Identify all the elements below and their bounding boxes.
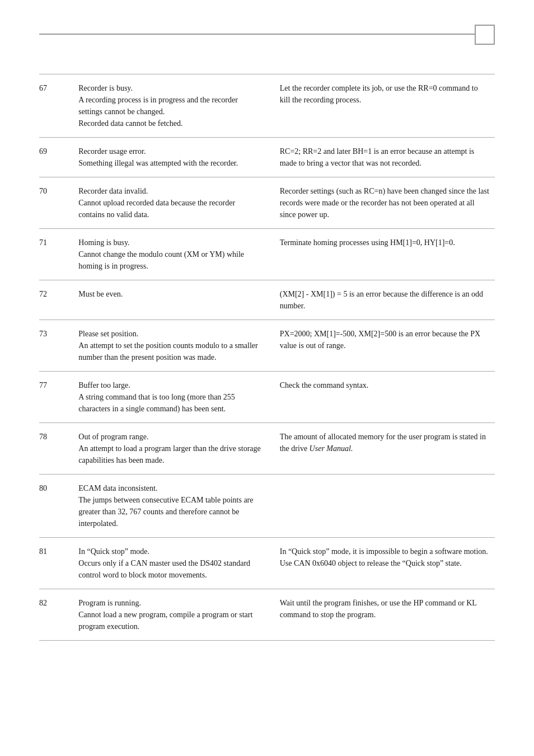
header-area xyxy=(39,35,495,57)
top-border-line xyxy=(39,34,495,35)
top-corner-box xyxy=(475,25,495,45)
table-row: 70Recorder data invalid.Cannot upload re… xyxy=(39,177,495,229)
row-number: 72 xyxy=(39,280,73,320)
row-action: (XM[2] - XM[1]) = 5 is an error because … xyxy=(274,280,495,320)
row-number: 73 xyxy=(39,320,73,372)
row-description: Program is running.Cannot load a new pro… xyxy=(73,589,274,641)
row-number: 67 xyxy=(39,74,73,138)
row-number: 70 xyxy=(39,177,73,229)
row-action: Recorder settings (such as RC=n) have be… xyxy=(274,177,495,229)
row-number: 71 xyxy=(39,229,73,280)
row-number: 78 xyxy=(39,423,73,475)
table-row: 78Out of program range.An attempt to loa… xyxy=(39,423,495,475)
row-description: ECAM data inconsistent.The jumps between… xyxy=(73,475,274,538)
table-row: 71Homing is busy.Cannot change the modul… xyxy=(39,229,495,280)
row-description: Please set position.An attempt to set th… xyxy=(73,320,274,372)
row-description: Recorder usage error.Something illegal w… xyxy=(73,138,274,177)
page: 67Recorder is busy.A recording process i… xyxy=(0,0,534,756)
row-number: 81 xyxy=(39,538,73,589)
table-row: 82Program is running.Cannot load a new p… xyxy=(39,589,495,641)
row-number: 82 xyxy=(39,589,73,641)
row-number: 80 xyxy=(39,475,73,538)
row-description: Out of program range.An attempt to load … xyxy=(73,423,274,475)
row-action: In “Quick stop” mode, it is impossible t… xyxy=(274,538,495,589)
row-number: 77 xyxy=(39,372,73,423)
row-description: Must be even. xyxy=(73,280,274,320)
row-action: The amount of allocated memory for the u… xyxy=(274,423,495,475)
row-action xyxy=(274,475,495,538)
table-row: 81In “Quick stop” mode.Occurs only if a … xyxy=(39,538,495,589)
table-row: 80ECAM data inconsistent.The jumps betwe… xyxy=(39,475,495,538)
row-number: 69 xyxy=(39,138,73,177)
row-action: Check the command syntax. xyxy=(274,372,495,423)
error-table: 67Recorder is busy.A recording process i… xyxy=(39,74,495,641)
row-action: Wait until the program finishes, or use … xyxy=(274,589,495,641)
row-action: PX=2000; XM[1]=-500, XM[2]=500 is an err… xyxy=(274,320,495,372)
row-description: Recorder data invalid.Cannot upload reco… xyxy=(73,177,274,229)
row-description: In “Quick stop” mode.Occurs only if a CA… xyxy=(73,538,274,589)
table-row: 73Please set position.An attempt to set … xyxy=(39,320,495,372)
table-row: 72Must be even.(XM[2] - XM[1]) = 5 is an… xyxy=(39,280,495,320)
row-description: Homing is busy.Cannot change the modulo … xyxy=(73,229,274,280)
row-action: Let the recorder complete its job, or us… xyxy=(274,74,495,138)
table-row: 67Recorder is busy.A recording process i… xyxy=(39,74,495,138)
row-description: Recorder is busy.A recording process is … xyxy=(73,74,274,138)
table-row: 77Buffer too large.A string command that… xyxy=(39,372,495,423)
row-description: Buffer too large.A string command that i… xyxy=(73,372,274,423)
row-action: RC=2; RR=2 and later BH=1 is an error be… xyxy=(274,138,495,177)
table-row: 69Recorder usage error.Something illegal… xyxy=(39,138,495,177)
row-action: Terminate homing processes using HM[1]=0… xyxy=(274,229,495,280)
